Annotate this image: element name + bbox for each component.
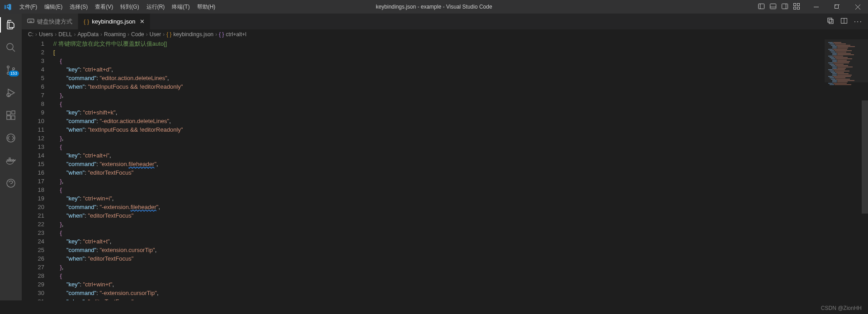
svg-rect-0 [759,4,764,9]
breadcrumb-item[interactable]: User [150,31,161,38]
svg-rect-37 [829,19,833,24]
tab-keyboard-shortcuts[interactable]: 键盘快捷方式 [22,14,78,29]
menu-edit[interactable]: 编辑(E) [41,3,66,11]
svg-rect-24 [12,111,15,114]
json-file-icon: { } [84,18,89,25]
svg-rect-6 [794,3,796,5]
source-control-icon[interactable]: 153 [0,62,22,78]
breadcrumb-item[interactable]: AppData [77,31,99,38]
split-editor-icon[interactable] [840,17,848,26]
run-debug-icon[interactable] [0,85,22,100]
vscode-logo-icon [0,3,16,11]
toggle-secondary-sidebar-icon[interactable] [781,3,788,11]
svg-rect-9 [797,7,800,9]
menu-view[interactable]: 查看(V) [91,3,117,11]
watermark: CSDN @ZionHH [821,305,862,311]
svg-marker-19 [8,89,14,96]
breadcrumb-item[interactable]: Roaming [104,31,126,38]
breadcrumb-item[interactable]: C: [28,31,33,38]
svg-rect-7 [797,3,800,5]
svg-line-15 [12,49,15,52]
svg-rect-11 [835,5,838,8]
run-tab-action-icon[interactable] [827,17,834,26]
customize-layout-icon[interactable] [793,3,800,11]
menu-bar: 文件(F) 编辑(E) 选择(S) 查看(V) 转到(G) 运行(R) 终端(T… [16,3,219,11]
editor-area: 键盘快捷方式 { } keybindings.json ✕ ··· C:› Us… [22,14,868,300]
search-icon[interactable] [0,40,22,55]
more-actions-icon[interactable]: ··· [854,18,863,26]
menu-terminal[interactable]: 终端(T) [168,3,193,11]
window-title: keybindings.json - example - Visual Stud… [376,4,492,10]
svg-rect-21 [7,111,10,115]
svg-rect-8 [794,7,796,9]
scm-badge: 153 [9,71,19,76]
window-maximize-icon[interactable] [826,0,847,14]
remote-icon[interactable] [0,130,22,146]
window-minimize-icon[interactable] [806,0,826,14]
activity-bar: 153 [0,14,22,300]
svg-rect-23 [11,116,15,119]
svg-rect-36 [828,18,832,22]
editor-tabs: 键盘快捷方式 { } keybindings.json ✕ ··· [22,14,868,29]
svg-rect-4 [782,4,788,9]
toggle-panel-icon[interactable] [769,3,777,11]
menu-select[interactable]: 选择(S) [66,3,91,11]
breadcrumbs[interactable]: C:› Users› DELL› AppData› Roaming› Code›… [22,29,868,39]
tab-label: keybindings.json [92,18,135,25]
line-number-gutter: 1234567891011121314151617181920212223242… [22,39,53,300]
breadcrumb-item[interactable]: keybindings.json [174,31,214,38]
close-icon[interactable]: ✕ [140,18,145,25]
breadcrumb-item[interactable]: Code [131,31,144,38]
toggle-primary-sidebar-icon[interactable] [758,3,765,11]
window-close-icon[interactable] [847,0,868,14]
scrollbar-track[interactable] [862,39,868,300]
svg-point-14 [7,43,13,50]
menu-run[interactable]: 运行(R) [143,3,169,11]
symbol-icon: { } [219,31,224,38]
breadcrumb-item[interactable]: DELL [58,31,72,38]
menu-go[interactable]: 转到(G) [117,3,142,11]
svg-rect-31 [28,19,34,23]
breadcrumb-item[interactable]: ctrl+alt+l [226,31,246,38]
breadcrumb-item[interactable]: Users [39,31,53,38]
svg-rect-22 [7,116,10,119]
extensions-icon[interactable] [0,108,22,123]
docker-icon[interactable] [0,153,22,168]
svg-rect-2 [770,4,776,9]
json-file-icon: { } [166,31,171,38]
tab-label: 键盘快捷方式 [37,18,72,26]
svg-rect-29 [9,158,10,159]
chat-icon[interactable] [0,176,22,191]
code-editor[interactable]: // 将键绑定放在此文件中以覆盖默认值auto[][ { "key": "ctr… [53,39,825,300]
menu-help[interactable]: 帮助(H) [193,3,219,11]
keyboard-icon [27,17,34,26]
tab-keybindings-json[interactable]: { } keybindings.json ✕ [78,14,151,29]
menu-file[interactable]: 文件(F) [16,3,41,11]
scrollbar-thumb[interactable] [862,100,868,214]
explorer-icon[interactable] [0,17,22,33]
titlebar: 文件(F) 编辑(E) 选择(S) 查看(V) 转到(G) 运行(R) 终端(T… [0,0,868,14]
